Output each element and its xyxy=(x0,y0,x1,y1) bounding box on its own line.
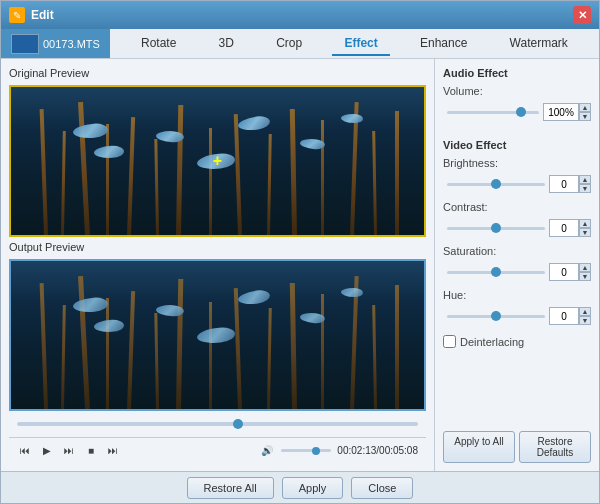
volume-label: Volume: xyxy=(443,85,501,97)
hue-slider-thumb[interactable] xyxy=(491,311,501,321)
brightness-label: Brightness: xyxy=(443,157,501,169)
title-bar-left: ✎ Edit xyxy=(9,7,54,23)
hue-input-spin: ▲ ▼ xyxy=(549,307,591,325)
hue-spin-down[interactable]: ▼ xyxy=(579,316,591,325)
brightness-slider-container: ▲ ▼ xyxy=(443,175,591,193)
volume-row: Volume: xyxy=(443,85,591,97)
apply-to-all-button[interactable]: Apply to All xyxy=(443,431,515,463)
hue-slider-container: ▲ ▼ xyxy=(443,307,591,325)
tab-enhance[interactable]: Enhance xyxy=(408,32,479,56)
restore-defaults-button[interactable]: Restore Defaults xyxy=(519,431,591,463)
tab-3d[interactable]: 3D xyxy=(207,32,246,56)
volume-spin: ▲ ▼ xyxy=(579,103,591,121)
original-preview: + xyxy=(9,85,426,237)
close-button[interactable]: Close xyxy=(351,477,413,499)
restore-all-button[interactable]: Restore All xyxy=(187,477,274,499)
deinterlacing-row: Deinterlacing xyxy=(443,335,591,348)
play-button[interactable]: ▶ xyxy=(39,443,55,459)
saturation-slider-thumb[interactable] xyxy=(491,267,501,277)
bottom-bar: Restore All Apply Close xyxy=(1,471,599,503)
stop-button[interactable]: ■ xyxy=(83,443,99,459)
volume-track[interactable] xyxy=(281,449,331,452)
saturation-spin-up[interactable]: ▲ xyxy=(579,263,591,272)
contrast-input-spin: ▲ ▼ xyxy=(549,219,591,237)
hue-spin-up[interactable]: ▲ xyxy=(579,307,591,316)
tab-crop[interactable]: Crop xyxy=(264,32,314,56)
saturation-slider-container: ▲ ▼ xyxy=(443,263,591,281)
saturation-spin: ▲ ▼ xyxy=(579,263,591,281)
edit-window: ✎ Edit ✕ 00173.MTS Rotate 3D Crop Effect… xyxy=(0,0,600,504)
output-scene xyxy=(11,261,424,409)
hue-input[interactable] xyxy=(549,307,579,325)
contrast-spin-down[interactable]: ▼ xyxy=(579,228,591,237)
volume-spin-down[interactable]: ▼ xyxy=(579,112,591,121)
go-end-button[interactable]: ⏭ xyxy=(105,443,121,459)
contrast-slider[interactable] xyxy=(447,227,545,230)
brightness-input-spin: ▲ ▼ xyxy=(549,175,591,193)
brightness-spin: ▲ ▼ xyxy=(579,175,591,193)
timeline-track[interactable] xyxy=(17,422,418,426)
apply-button[interactable]: Apply xyxy=(282,477,344,499)
brightness-spin-down[interactable]: ▼ xyxy=(579,184,591,193)
app-icon: ✎ xyxy=(9,7,25,23)
saturation-row: Saturation: xyxy=(443,245,591,257)
step-forward-button[interactable]: ⏭ xyxy=(61,443,77,459)
saturation-label: Saturation: xyxy=(443,245,501,257)
volume-input-spin: ▲ ▼ xyxy=(543,103,591,121)
original-scene: + xyxy=(11,87,424,235)
file-item: 00173.MTS xyxy=(1,29,110,58)
time-display: 00:02:13/00:05:08 xyxy=(337,445,418,456)
output-preview xyxy=(9,259,426,411)
title-bar: ✎ Edit ✕ xyxy=(1,1,599,29)
controls-bar: ⏮ ▶ ⏭ ■ ⏭ 🔊 00:02:13/00:05:08 xyxy=(9,437,426,463)
deinterlacing-checkbox[interactable] xyxy=(443,335,456,348)
deinterlacing-label: Deinterlacing xyxy=(460,336,524,348)
volume-icon: 🔊 xyxy=(259,443,275,459)
crosshair: + xyxy=(213,152,222,170)
contrast-label: Contrast: xyxy=(443,201,501,213)
brightness-input[interactable] xyxy=(549,175,579,193)
hue-row: Hue: xyxy=(443,289,591,301)
go-start-button[interactable]: ⏮ xyxy=(17,443,33,459)
hue-slider[interactable] xyxy=(447,315,545,318)
tab-effect[interactable]: Effect xyxy=(332,32,389,56)
preview-panel: Original Preview xyxy=(1,59,434,471)
brightness-spin-up[interactable]: ▲ xyxy=(579,175,591,184)
contrast-spin-up[interactable]: ▲ xyxy=(579,219,591,228)
hue-label: Hue: xyxy=(443,289,501,301)
file-thumbnail xyxy=(11,34,39,54)
timeline-thumb[interactable] xyxy=(233,419,243,429)
window-title: Edit xyxy=(31,8,54,22)
tab-bar: 00173.MTS Rotate 3D Crop Effect Enhance … xyxy=(1,29,599,59)
saturation-spin-down[interactable]: ▼ xyxy=(579,272,591,281)
volume-slider[interactable] xyxy=(447,111,539,114)
contrast-row: Contrast: xyxy=(443,201,591,213)
close-window-button[interactable]: ✕ xyxy=(573,6,591,24)
saturation-input[interactable] xyxy=(549,263,579,281)
output-preview-label: Output Preview xyxy=(9,241,426,253)
main-content: Original Preview xyxy=(1,59,599,471)
contrast-input[interactable] xyxy=(549,219,579,237)
timeline-bar xyxy=(17,415,418,433)
volume-slider-container: ▲ ▼ xyxy=(443,103,591,121)
original-preview-label: Original Preview xyxy=(9,67,426,79)
tab-rotate[interactable]: Rotate xyxy=(129,32,188,56)
saturation-slider[interactable] xyxy=(447,271,545,274)
right-bottom-buttons: Apply to All Restore Defaults xyxy=(443,423,591,463)
contrast-slider-container: ▲ ▼ xyxy=(443,219,591,237)
contrast-spin: ▲ ▼ xyxy=(579,219,591,237)
tabs: Rotate 3D Crop Effect Enhance Watermark xyxy=(110,32,599,56)
file-name: 00173.MTS xyxy=(43,38,100,50)
brightness-row: Brightness: xyxy=(443,157,591,169)
video-effect-title: Video Effect xyxy=(443,139,591,151)
brightness-slider-thumb[interactable] xyxy=(491,179,501,189)
audio-effect-title: Audio Effect xyxy=(443,67,591,79)
brightness-slider[interactable] xyxy=(447,183,545,186)
contrast-slider-thumb[interactable] xyxy=(491,223,501,233)
volume-spin-up[interactable]: ▲ xyxy=(579,103,591,112)
volume-thumb[interactable] xyxy=(312,447,320,455)
right-panel: Audio Effect Volume: ▲ ▼ Video Effect xyxy=(434,59,599,471)
tab-watermark[interactable]: Watermark xyxy=(498,32,580,56)
volume-input[interactable] xyxy=(543,103,579,121)
volume-slider-thumb[interactable] xyxy=(516,107,526,117)
